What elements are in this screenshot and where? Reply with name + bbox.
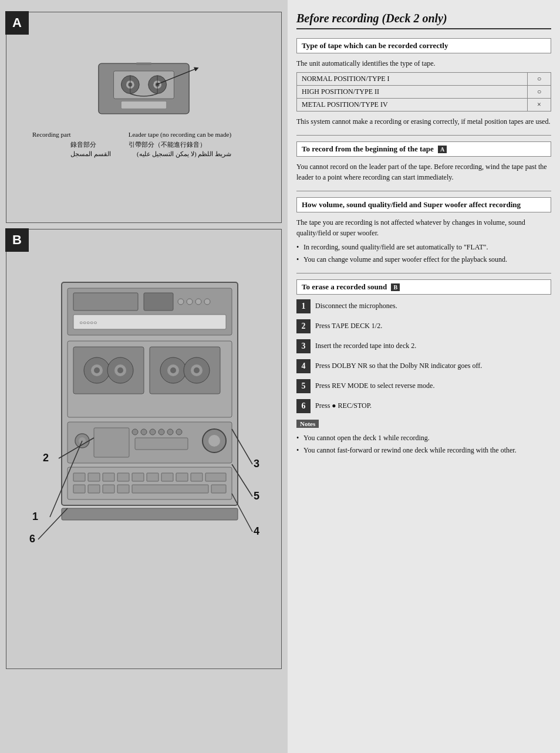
svg-text:5: 5 — [254, 490, 259, 502]
step-text: Insert the recorded tape into deck 2. — [315, 339, 416, 351]
svg-point-16 — [187, 299, 193, 305]
record-beginning-section: To record from the beginning of the tape… — [296, 141, 551, 183]
divider-1 — [296, 135, 551, 136]
svg-rect-57 — [176, 473, 188, 481]
svg-text:3: 3 — [254, 458, 259, 470]
tape-type-label: METAL POSITION/TYPE IV — [297, 99, 528, 112]
note-item: You cannot open the deck 1 while recordi… — [296, 433, 551, 443]
svg-point-40 — [132, 429, 138, 435]
svg-point-17 — [195, 299, 201, 305]
table-row: NORMAL POSITION/TYPE I○ — [297, 73, 551, 86]
tape-type-section: Type of tape which can be recorded corre… — [296, 38, 551, 127]
step-text: Disconnect the microphones. — [315, 299, 397, 311]
tape-diagram: Recording part 錄音部分 القسم المسجل Leader … — [12, 42, 275, 171]
divider-3 — [296, 273, 551, 273]
table-row: HIGH POSITION/TYPE II○ — [297, 86, 551, 99]
tape-type-note: This system cannot make a recording or e… — [296, 116, 551, 127]
tape-type-description: The unit automatically identifies the ty… — [296, 58, 551, 69]
tape-type-table: NORMAL POSITION/TYPE I○HIGH POSITION/TYP… — [296, 72, 551, 112]
svg-rect-51 — [88, 473, 100, 481]
step-item: 2Press TAPE DECK 1/2. — [296, 319, 551, 333]
section-a-label: A — [5, 11, 29, 35]
badge-a: A — [438, 146, 447, 153]
leader-tape-chinese: 引帶部分（不能進行錄音） — [129, 140, 231, 150]
step-list: 1Disconnect the microphones.2Press TAPE … — [296, 299, 551, 413]
step-text: Press ● REC/STOP. — [315, 399, 372, 411]
notes-box: Notes You cannot open the deck 1 while r… — [296, 419, 551, 455]
step-number: 5 — [296, 379, 311, 393]
recording-part-chinese: 錄音部分 — [70, 140, 111, 150]
page-title: Before recording (Deck 2 only) — [296, 12, 551, 29]
volume-description: The tape you are recording is not affect… — [296, 217, 551, 238]
svg-point-48 — [208, 435, 220, 447]
svg-rect-62 — [103, 485, 114, 493]
step-number: 3 — [296, 339, 311, 353]
volume-header: How volume, sound quality/field and Supe… — [296, 197, 551, 212]
tape-type-value: ○ — [528, 73, 551, 86]
svg-rect-54 — [132, 473, 144, 481]
svg-rect-60 — [73, 485, 85, 493]
svg-rect-58 — [191, 473, 203, 481]
svg-point-29 — [117, 367, 123, 373]
svg-point-45 — [176, 429, 182, 435]
volume-bullet-item: In recording, sound quality/field are se… — [296, 242, 551, 252]
volume-section: How volume, sound quality/field and Supe… — [296, 197, 551, 265]
section-a-box: A — [6, 12, 282, 223]
svg-text:6: 6 — [29, 533, 35, 545]
svg-point-26 — [94, 367, 100, 373]
leader-tape-text: Leader tape (no recording can be made) — [129, 130, 231, 140]
leader-tape-arabic: شريط اللظم (لا يمكن التسجيل عليه) — [129, 149, 231, 159]
svg-rect-64 — [132, 485, 208, 493]
record-beginning-header: To record from the beginning of the tape… — [296, 141, 551, 157]
svg-rect-61 — [88, 485, 100, 493]
svg-rect-50 — [73, 473, 85, 481]
svg-rect-9 — [136, 62, 151, 65]
svg-point-15 — [178, 299, 184, 305]
svg-rect-53 — [117, 473, 129, 481]
divider-2 — [296, 191, 551, 191]
tape-type-value: ○ — [528, 86, 551, 99]
step-number: 4 — [296, 359, 311, 373]
cassette-illustration — [85, 53, 203, 124]
step-number: 6 — [296, 399, 311, 413]
svg-rect-49 — [68, 467, 232, 499]
step-item: 6Press ● REC/STOP. — [296, 399, 551, 413]
erase-header: To erase a recorded sound B — [296, 279, 551, 295]
step-number: 2 — [296, 319, 311, 333]
svg-rect-63 — [117, 485, 129, 493]
leader-tape-labels: Leader tape (no recording can be made) 引… — [129, 130, 231, 159]
table-row: METAL POSITION/TYPE IV× — [297, 99, 551, 112]
svg-text:○○○○○: ○○○○○ — [79, 319, 97, 326]
stereo-diagram: ○○○○○ — [12, 259, 275, 576]
svg-point-43 — [158, 429, 164, 435]
recording-part-labels: Recording part 錄音部分 القسم المسجل — [32, 130, 111, 159]
notes-list: You cannot open the deck 1 while recordi… — [296, 433, 551, 455]
svg-text:1: 1 — [32, 511, 38, 522]
step-item: 5Press REV MODE to select reverse mode. — [296, 379, 551, 393]
left-panel: A — [0, 0, 288, 753]
step-text: Press DOLBY NR so that the Dolby NR indi… — [315, 359, 482, 371]
svg-rect-55 — [147, 473, 158, 481]
step-text: Press TAPE DECK 1/2. — [315, 319, 382, 331]
step-text: Press REV MODE to select reverse mode. — [315, 379, 434, 391]
svg-rect-59 — [205, 473, 226, 481]
section-b-label: B — [5, 228, 29, 252]
svg-point-32 — [170, 367, 176, 373]
tape-type-header: Type of tape which can be recorded corre… — [296, 38, 551, 53]
erase-section: To erase a recorded sound B 1Disconnect … — [296, 279, 551, 455]
right-panel: Before recording (Deck 2 only) Type of t… — [288, 0, 560, 753]
svg-text:4: 4 — [254, 525, 259, 537]
section-b-box: B ○○○○○ — [6, 229, 282, 669]
tape-type-value: × — [528, 99, 551, 112]
record-beginning-description: You cannot record on the leader part of … — [296, 161, 551, 183]
tape-type-label: NORMAL POSITION/TYPE I — [297, 73, 528, 86]
note-item: You cannot fast-forward or rewind one de… — [296, 445, 551, 455]
svg-rect-39 — [94, 428, 129, 457]
svg-rect-65 — [211, 485, 226, 493]
tape-type-label: HIGH POSITION/TYPE II — [297, 86, 528, 99]
recording-part-arabic: القسم المسجل — [70, 149, 111, 159]
svg-rect-46 — [135, 438, 188, 450]
step-item: 3Insert the recorded tape into deck 2. — [296, 339, 551, 353]
svg-rect-14 — [144, 293, 173, 310]
notes-label: Notes — [296, 420, 319, 428]
